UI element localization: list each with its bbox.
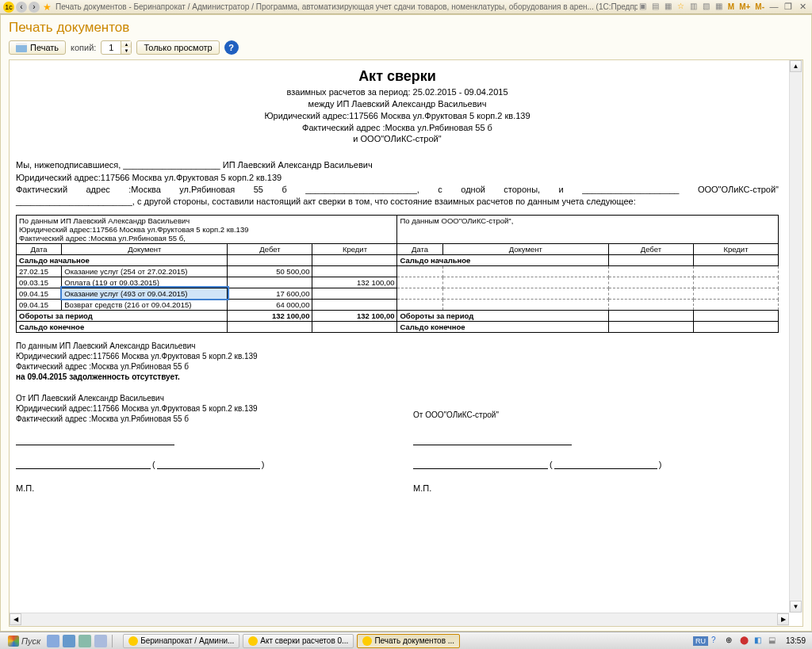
intro-l4: ________________________, с другой сторо… — [16, 196, 779, 208]
party2-header: По данным ООО"ОЛиКС-строй", — [397, 215, 779, 243]
table-row[interactable]: 27.02.15 Оказание услуг (254 от 27.02.20… — [17, 265, 779, 277]
col-doc-1: Документ — [62, 243, 228, 254]
vertical-scrollbar[interactable]: ▲ ▼ — [789, 60, 802, 613]
col-date-2: Дата — [397, 243, 442, 254]
doc-header-5: и ООО"ОЛиКС-строй" — [16, 133, 779, 145]
tray-help-icon[interactable]: ? — [711, 636, 722, 647]
print-button[interactable]: Печать — [9, 40, 66, 55]
doc-header: взаимных расчетов за период: 25.02.2015 … — [16, 86, 779, 145]
selected-cell[interactable]: Оказание услуг (493 от 09.04.2015) — [62, 288, 228, 299]
mp-2: М.П. — [413, 483, 779, 493]
favorite-icon[interactable]: ★ — [41, 2, 52, 13]
tray-icon-2[interactable]: ⬤ — [740, 636, 751, 647]
sig-line-2 — [413, 445, 572, 445]
footer-block-1: По данным ИП Лаевский Александр Васильев… — [16, 341, 779, 382]
doc-header-1: взаимных расчетов за период: 25.02.2015 … — [16, 86, 779, 98]
maximize-button[interactable]: ❐ — [782, 2, 795, 13]
scroll-up[interactable]: ▲ — [790, 60, 802, 72]
col-debit-2: Дебет — [608, 243, 693, 254]
tb-icon3[interactable]: ▦ — [663, 2, 674, 13]
intro-l3: Фактический адрес :Москва ул.Рябиновая 5… — [16, 184, 779, 196]
document-content: Акт сверки взаимных расчетов за период: … — [10, 60, 802, 626]
quicklaunch-4[interactable] — [94, 635, 107, 647]
windows-icon — [8, 636, 19, 647]
tb-icon1[interactable]: ▣ — [638, 2, 649, 13]
preview-label: Только просмотр — [144, 43, 212, 52]
tb-icon4[interactable]: ▥ — [688, 2, 699, 13]
taskbar-task-3[interactable]: Печать документов ... — [357, 634, 460, 648]
language-indicator[interactable]: RU — [693, 636, 708, 646]
col-credit-2: Кредит — [693, 243, 778, 254]
close-button[interactable]: ✕ — [796, 2, 809, 13]
copies-label: копий: — [71, 43, 96, 52]
window-titlebar: 1c ‹ › ★ Печать документов - Беринапрока… — [0, 0, 812, 14]
tb-icon5[interactable]: ▧ — [701, 2, 712, 13]
scroll-left[interactable]: ◀ — [10, 613, 21, 625]
quicklaunch-3[interactable] — [79, 635, 91, 647]
start-button[interactable]: Пуск — [3, 634, 45, 648]
doc-title: Акт сверки — [16, 68, 779, 85]
signature-row: () М.П. () М.П. — [16, 429, 779, 493]
turnover-row: Обороты за период 132 100,00 132 100,00 … — [17, 310, 779, 321]
quicklaunch-2[interactable] — [63, 635, 75, 647]
doc-header-3: Юридический адрес:117566 Москва ул.Фрукт… — [16, 110, 779, 122]
col-debit-1: Дебет — [228, 243, 312, 254]
tray-icon-4[interactable]: ⬓ — [768, 636, 779, 647]
preview-button[interactable]: Только просмотр — [136, 40, 219, 55]
app-body: Печать документов Печать копий: 1 ▲ ▼ То… — [0, 14, 812, 632]
tray-icon-1[interactable]: ⊕ — [726, 636, 737, 647]
tb-calc-icon[interactable]: ▦ — [714, 2, 725, 13]
document-area: Акт сверки взаимных расчетов за период: … — [9, 59, 803, 627]
tb-star-icon[interactable]: ☆ — [676, 2, 687, 13]
scroll-down[interactable]: ▼ — [790, 601, 802, 613]
doc-header-2: между ИП Лаевский Александр Васильевич — [16, 98, 779, 110]
memory-mplus[interactable]: M+ — [737, 2, 752, 11]
copies-down[interactable]: ▼ — [121, 48, 131, 54]
app-icon: 1c — [3, 2, 14, 13]
printer-icon — [16, 43, 27, 52]
tray-icon-3[interactable]: ◧ — [754, 636, 765, 647]
minimize-button[interactable]: — — [768, 2, 780, 13]
taskbar[interactable]: Пуск Беринапрокат / Админи... Акт сверки… — [0, 632, 812, 649]
doc-header-4: Фактический адрес :Москва ул.Рябиновая 5… — [16, 122, 779, 134]
copies-value[interactable]: 1 — [102, 41, 121, 54]
window-title: Печать документов - Беринапрокат / Админ… — [56, 2, 638, 11]
scroll-right[interactable]: ▶ — [777, 613, 789, 625]
footer-block-2: От ИП Лаевский Александр Васильевич Юрид… — [16, 393, 381, 424]
back-button[interactable]: ‹ — [16, 2, 27, 13]
horizontal-scrollbar[interactable]: ◀ ▶ — [10, 613, 789, 626]
reconciliation-table[interactable]: По данным ИП Лаевский Александр Васильев… — [16, 215, 779, 333]
memory-m[interactable]: M — [726, 2, 736, 11]
col-doc-2: Документ — [442, 243, 608, 254]
taskbar-task-1[interactable]: Беринапрокат / Админи... — [123, 634, 239, 648]
taskbar-task-2[interactable]: Акт сверки расчетов 0... — [243, 634, 354, 648]
system-tray: RU ? ⊕ ⬤ ◧ ⬓ 13:59 — [693, 636, 809, 647]
table-row[interactable]: 09.04.15 Возврат средств (216 от 09.04.2… — [17, 299, 779, 310]
intro-text: Мы, нижеподписавшиеся, _________________… — [16, 159, 779, 208]
print-label: Печать — [30, 43, 59, 52]
party1-header: По данным ИП Лаевский Александр Васильев… — [17, 215, 397, 243]
copies-up[interactable]: ▲ — [121, 41, 131, 48]
copies-spinner[interactable]: 1 ▲ ▼ — [101, 40, 132, 55]
sig-line-1 — [16, 445, 174, 445]
col-credit-1: Кредит — [312, 243, 397, 254]
forward-button[interactable]: › — [29, 2, 40, 13]
opening-row: Сальдо начальное Сальдо начальное — [17, 254, 779, 265]
mp-1: М.П. — [16, 483, 381, 493]
page-title: Печать документов — [9, 20, 803, 36]
help-button[interactable]: ? — [224, 40, 239, 55]
intro-l1: Мы, нижеподписавшиеся, _________________… — [16, 159, 779, 171]
from-party2: От ООО"ОЛиКС-строй" — [413, 410, 779, 419]
memory-mminus[interactable]: M- — [753, 2, 766, 11]
clock[interactable]: 13:59 — [783, 636, 809, 645]
col-date-1: Дата — [17, 243, 62, 254]
intro-l2: Юридический адрес:117566 Москва ул.Фрукт… — [16, 172, 779, 184]
quicklaunch-1[interactable] — [47, 635, 59, 647]
table-row[interactable]: 09.04.15 Оказание услуг (493 от 09.04.20… — [17, 288, 779, 299]
toolbar: Печать копий: 1 ▲ ▼ Только просмотр ? — [9, 40, 803, 55]
tb-icon2[interactable]: ▤ — [650, 2, 661, 13]
table-row[interactable]: 09.03.15 Оплата (119 от 09.03.2015) 132 … — [17, 277, 779, 288]
closing-row: Сальдо конечное Сальдо конечное — [17, 321, 779, 332]
